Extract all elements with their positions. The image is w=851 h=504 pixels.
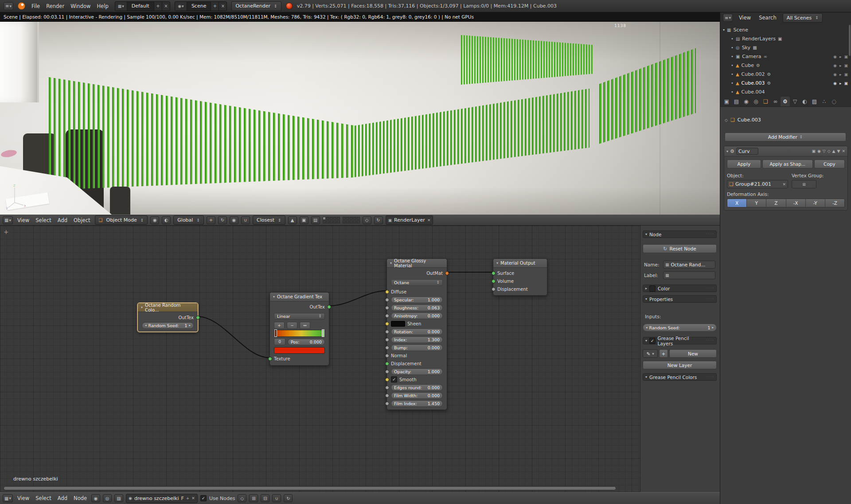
ramp-stop-handle[interactable] <box>274 329 277 337</box>
outliner-scrollbar[interactable] <box>849 25 851 56</box>
snap-magnet-icon[interactable]: ∪ <box>272 494 281 502</box>
outliner-row-cube003-selected[interactable]: • ▲ Cube.003 ⚙ ◉ ▸ ▣ <box>720 79 851 87</box>
outliner-row-cube002[interactable]: • ▲ Cube.002 ⚙ ◉ ▸ ▣ <box>720 70 851 78</box>
breadcrumb-object-name[interactable]: Cube.003 <box>738 117 761 123</box>
collapse-icon[interactable]: ▸ <box>645 286 647 290</box>
layer-cell[interactable] <box>326 220 329 223</box>
add-material-button[interactable]: + <box>186 496 190 500</box>
menu-add[interactable]: Add <box>56 216 69 224</box>
rendered-viewport[interactable]: 1138 z x y <box>0 22 720 215</box>
node-material-output[interactable]: ▾ Material Output Surface Volume Displac… <box>493 258 547 296</box>
render-anim-icon[interactable]: ▤ <box>311 216 320 224</box>
add-scene-button[interactable]: + <box>211 2 219 11</box>
viewport-shading-button[interactable]: ◉ <box>150 216 159 224</box>
node-header[interactable]: ▾ Octane Random Colo... <box>138 303 198 312</box>
socket-in-icon[interactable] <box>385 322 389 326</box>
node-header[interactable]: ▾ Octane Gradient Tex <box>270 293 329 301</box>
outliner-search-menu[interactable]: Search <box>757 14 778 22</box>
position-slider[interactable]: Pos: 0.000 <box>288 339 325 345</box>
socket-in-icon[interactable] <box>385 298 389 302</box>
layer-cell[interactable] <box>350 217 353 220</box>
node-input-row[interactable]: Edges round: 0.000 <box>387 383 447 391</box>
node-input-row[interactable]: Surface <box>493 269 547 277</box>
editor-type-button[interactable]: ▦ ▾ <box>3 216 13 224</box>
socket-in-icon[interactable] <box>492 287 496 291</box>
render-layer-field[interactable]: ▣ RenderLayer ✕ <box>386 215 433 225</box>
material-name-field[interactable]: ◉ drewno szczebelki F + ✕ <box>126 494 198 503</box>
new-layer-button[interactable]: New Layer <box>643 361 717 369</box>
collapse-icon[interactable]: ▾ <box>496 261 498 265</box>
gp-layers-checkbox[interactable]: ✓ <box>649 338 656 344</box>
socket-in-icon[interactable] <box>385 370 389 374</box>
delete-modifier-icon[interactable]: ✕ <box>842 149 845 153</box>
value-slider[interactable]: Anisotropy: 0.000 <box>391 313 443 319</box>
lock-icon[interactable]: ◇ <box>363 216 371 224</box>
node-input-row[interactable]: Normal <box>387 352 447 359</box>
outliner-row-camera[interactable]: • ▣ Camera ∞ ◉ ▸ ▣ <box>720 52 851 61</box>
collapse-icon[interactable]: ▾ <box>726 149 728 153</box>
collapse-icon[interactable]: ▾ <box>273 295 275 299</box>
snap-target-icon[interactable]: ▲ <box>288 216 297 224</box>
layer-cell[interactable] <box>337 217 340 220</box>
selectability-toggle-icon[interactable]: ▸ <box>839 55 842 59</box>
use-nodes-checkbox[interactable]: ✓ <box>200 495 207 501</box>
axis-negz-button[interactable]: -Z <box>825 199 844 207</box>
node-input-row[interactable]: Roughness: 0.063 <box>387 304 447 312</box>
layer-cell[interactable] <box>326 217 329 220</box>
tab-particles-icon[interactable]: ∴ <box>820 97 829 106</box>
shading-mode-icon[interactable]: ◐ <box>162 216 171 224</box>
layer-cell[interactable] <box>333 220 336 223</box>
modifier-name-field[interactable]: Curv <box>736 148 758 155</box>
outliner-row-renderlayers[interactable]: • ▤ RenderLayers ▣ <box>720 35 851 43</box>
outliner-row-cube[interactable]: • ▲ Cube ⚙ ◉ ▸ ▣ <box>720 61 851 70</box>
add-modifier-dropdown[interactable]: Add Modifier ↕ <box>725 133 846 141</box>
layer-cell[interactable] <box>350 220 353 223</box>
mode-dropdown[interactable]: ❑ Object Mode ↕ <box>95 215 148 225</box>
tab-material-icon[interactable]: ◐ <box>800 97 809 106</box>
render-engine-dropdown[interactable]: OctaneRender ↕ <box>231 1 281 11</box>
outliner-item-label[interactable]: Cube.004 <box>742 89 765 95</box>
grid-snap-alt-icon[interactable]: ⊟ <box>261 494 269 502</box>
layer-cell[interactable] <box>357 217 360 220</box>
outliner-row-scene[interactable]: ▾ ▦ Scene <box>720 26 851 34</box>
horizontal-scrollbar[interactable] <box>4 486 616 490</box>
socket-out-icon[interactable] <box>327 305 331 309</box>
selectability-toggle-icon[interactable]: ▸ <box>839 81 842 86</box>
ramp-stop-handle[interactable] <box>322 329 324 337</box>
vertex-group-field[interactable]: ⊞ <box>792 180 816 188</box>
collapse-icon[interactable]: ▾ <box>390 261 392 265</box>
tab-data-icon[interactable]: ▽ <box>790 97 800 106</box>
pin-icon[interactable]: ◇ <box>238 494 246 502</box>
tab-texture-icon[interactable]: ▨ <box>810 97 819 106</box>
layer-cell[interactable] <box>330 217 333 220</box>
node-input-row[interactable]: Film Index: 1.450 <box>387 399 447 407</box>
outliner-filter-dropdown[interactable]: All Scenes ↕ <box>783 13 823 23</box>
outliner-item-label[interactable]: Cube.002 <box>742 71 765 77</box>
visibility-toggle-icon[interactable]: ◉ <box>833 55 837 59</box>
layers-widget[interactable] <box>343 217 360 223</box>
outliner-item-label[interactable]: Cube.003 <box>742 80 765 86</box>
socket-in-icon[interactable] <box>385 394 389 398</box>
value-slider[interactable]: Index: 1.300 <box>391 336 443 343</box>
grid-snap-icon[interactable]: ⊞ <box>249 494 258 502</box>
axis-z-button[interactable]: Z <box>766 199 786 207</box>
drag-grip-icon[interactable]: ····· <box>706 375 714 379</box>
fake-user-button[interactable]: F <box>181 496 183 501</box>
color-ramp[interactable] <box>274 330 325 337</box>
selectability-toggle-icon[interactable]: ▸ <box>839 72 842 77</box>
socket-in-icon[interactable] <box>385 314 389 318</box>
screen-layout-selector[interactable]: ▦ ▾ Default + × <box>115 1 170 11</box>
color-checkbox[interactable] <box>649 285 656 292</box>
axis-y-button[interactable]: Y <box>747 199 766 207</box>
tab-modifiers-icon[interactable]: ⚙ <box>781 97 790 106</box>
value-slider[interactable]: Rotation: 0.000 <box>391 328 443 335</box>
axis-negy-button[interactable]: -Y <box>806 199 825 207</box>
shader-type-material-icon[interactable]: ◉ <box>91 494 100 502</box>
slider-left-icon[interactable]: ◂ <box>646 326 648 329</box>
layer-cell[interactable] <box>343 220 346 223</box>
menu-render[interactable]: Render <box>44 2 66 10</box>
socket-in-icon[interactable] <box>385 346 389 350</box>
color-swatch[interactable] <box>391 321 405 327</box>
socket-in-icon[interactable] <box>492 279 496 283</box>
layer-cell[interactable] <box>333 217 336 220</box>
